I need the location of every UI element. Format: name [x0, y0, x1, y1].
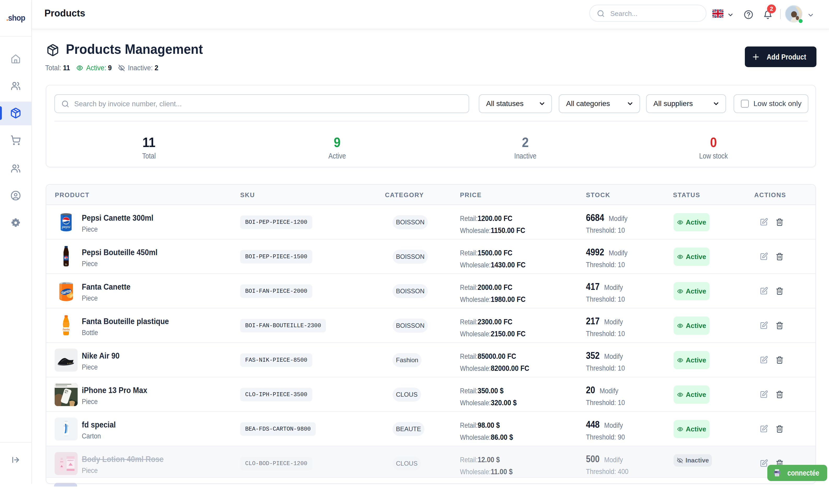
svg-text:CLINIC: CLINIC: [64, 425, 69, 427]
svg-text:1L: 1L: [65, 263, 67, 266]
svg-text:pepsi: pepsi: [62, 225, 70, 229]
svg-text:PERMAT: PERMAT: [67, 460, 74, 461]
svg-text:fanta: fanta: [63, 328, 70, 331]
